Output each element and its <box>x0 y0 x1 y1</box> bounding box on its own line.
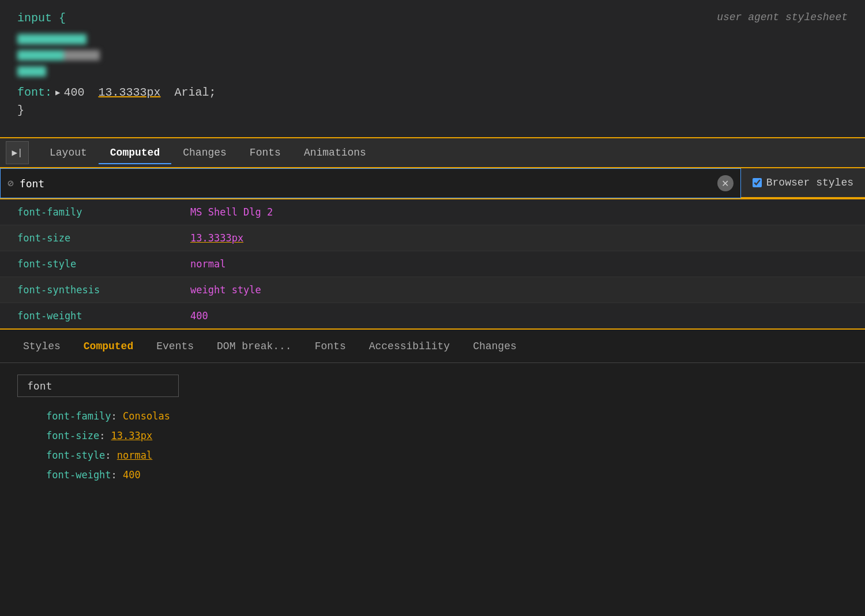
browser-styles-section: Browser styles <box>741 168 865 198</box>
tab-changes[interactable]: Changes <box>171 142 238 163</box>
cp-val-font-weight: 400 <box>123 469 141 481</box>
prop-value-font-size: 13.3333px <box>190 232 243 244</box>
bottom-tab-styles[interactable]: Styles <box>12 336 72 357</box>
panel-toggle-button[interactable]: ▶| <box>6 141 29 164</box>
search-wrapper: ⊘ ✕ <box>0 168 741 198</box>
panel-toggle-icon: ▶| <box>12 147 22 158</box>
prop-name-font-family: font-family <box>17 206 190 218</box>
bottom-tab-computed[interactable]: Computed <box>72 336 145 357</box>
bottom-tab-dom-break[interactable]: DOM break... <box>205 336 303 357</box>
bottom-search-box[interactable]: font <box>17 375 179 397</box>
tab-layout[interactable]: Layout <box>38 142 99 163</box>
cp-name-font-weight: font-weight <box>46 469 111 481</box>
cp-val-font-family: Consolas <box>123 410 170 422</box>
cp-name-font-family: font-family <box>46 410 111 422</box>
prop-value-font-synthesis: weight style <box>190 284 261 296</box>
table-row: font-weight 400 <box>0 303 865 328</box>
tab-animations[interactable]: Animations <box>292 142 378 163</box>
prop-value-font-style: normal <box>190 258 225 270</box>
bottom-content: font font-family: Consolas font-size: 13… <box>0 363 865 496</box>
cp-name-font-style: font-style <box>46 449 105 461</box>
closing-brace: } <box>17 104 848 117</box>
search-input[interactable] <box>20 177 717 190</box>
prop-name-font-synthesis: font-synthesis <box>17 284 190 296</box>
bottom-tab-accessibility[interactable]: Accessibility <box>358 336 461 357</box>
blurred-css-line-3 <box>17 66 133 77</box>
prop-value-font-weight: 400 <box>190 310 208 322</box>
cp-name-font-size: font-size <box>46 430 99 441</box>
properties-table: font-family MS Shell Dlg 2 font-size 13.… <box>0 199 865 330</box>
search-row: ⊘ ✕ Browser styles <box>0 168 865 199</box>
list-item: font-family: Consolas <box>46 406 848 426</box>
browser-styles-label: Browser styles <box>766 177 853 188</box>
bottom-tab-events[interactable]: Events <box>145 336 205 357</box>
prop-value-font-family: MS Shell Dlg 2 <box>190 206 273 218</box>
cp-val-font-style: normal <box>117 449 152 461</box>
list-item: font-style: normal <box>46 445 848 465</box>
table-row: font-size 13.3333px <box>0 225 865 251</box>
table-row: font-family MS Shell Dlg 2 <box>0 199 865 225</box>
font-val: 400 13.3333px Arial; <box>63 86 216 99</box>
list-item: font-size: 13.33px <box>46 426 848 445</box>
tab-fonts[interactable]: Fonts <box>238 142 292 163</box>
blurred-css-line-2 <box>17 50 167 61</box>
user-agent-label: user agent stylesheet <box>717 12 848 23</box>
list-item: font-weight: 400 <box>46 465 848 485</box>
bottom-tab-fonts[interactable]: Fonts <box>303 336 358 357</box>
font-prop-name: font: <box>17 86 52 99</box>
filter-icon: ⊘ <box>7 177 14 190</box>
css-source-panel: user agent stylesheet input { font: ▶ 40… <box>0 0 865 138</box>
cp-val-font-size: 13.33px <box>111 430 153 441</box>
font-arrow[interactable]: ▶ <box>55 88 60 97</box>
bottom-tabs-bar: Styles Computed Events DOM break... Font… <box>0 330 865 363</box>
bottom-tab-changes[interactable]: Changes <box>461 336 528 357</box>
clear-icon: ✕ <box>721 178 729 189</box>
font-css-line: font: ▶ 400 13.3333px Arial; <box>17 86 848 99</box>
tab-computed[interactable]: Computed <box>99 142 171 164</box>
prop-name-font-style: font-style <box>17 258 190 270</box>
clear-search-button[interactable]: ✕ <box>717 175 734 191</box>
computed-props-list: font-family: Consolas font-size: 13.33px… <box>17 406 848 485</box>
blurred-css-line-1 <box>17 34 190 44</box>
table-row: font-synthesis weight style <box>0 277 865 303</box>
prop-name-font-size: font-size <box>17 232 190 244</box>
search-bar: ⊘ ✕ <box>0 168 741 198</box>
top-tabs-bar: ▶| Layout Computed Changes Fonts Animati… <box>0 138 865 168</box>
browser-styles-checkbox[interactable] <box>753 178 762 187</box>
table-row: font-style normal <box>0 251 865 277</box>
prop-name-font-weight: font-weight <box>17 310 190 322</box>
